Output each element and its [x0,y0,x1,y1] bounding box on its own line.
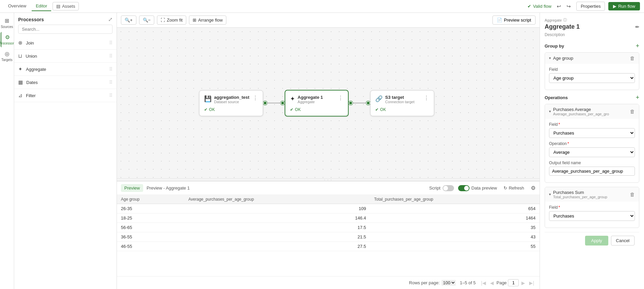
play-icon: ▶ [613,4,616,9]
processor-item-aggregate[interactable]: ✦ Aggregate ⠿ [14,63,117,76]
operation-label-op1: Operation [549,141,635,146]
next-page-button[interactable]: ▶ [520,280,526,286]
preview-script-button[interactable]: 📄 Preview script [492,16,536,25]
script-toggle-switch[interactable] [443,185,454,191]
edit-title-icon[interactable]: ✏ [635,24,639,30]
arrange-icon: ⊞ [193,18,196,23]
close-processors-button[interactable]: ⤢ [108,16,112,23]
cell-avg: 17.5 [184,223,370,232]
cell-age-group: 36-55 [117,232,184,242]
source-node-menu[interactable]: ⋮ [253,94,258,101]
operation-avg-operation-select[interactable]: Average Sum Count [549,147,635,157]
aggregate-node-icon: ✦ [290,95,295,102]
processor-item-dates[interactable]: ▦ Dates ⠿ [14,76,117,89]
script-toggle-group: Script [429,185,454,191]
filter-icon: ⊿ [18,92,23,98]
prev-page-button[interactable]: ◀ [489,280,495,286]
flow-node-source[interactable]: 💾 aggregation_test Dataset source ⋮ ✔ OK [199,90,263,116]
processor-item-filter[interactable]: ⊿ Filter ⠿ [14,89,117,102]
aggregate-ok-icon: ✔ [290,107,293,112]
drag-handle-union[interactable]: ⠿ [109,53,112,59]
dataset-source-icon: 💾 [204,95,212,102]
aggregate-title: Aggregate 1 ✏ [545,23,639,30]
col-header-age-group: Age group [117,195,184,204]
data-table: Age group Average_purchases_per_age_grou… [117,195,540,251]
undo-button[interactable]: ↩ [555,2,563,11]
age-group-collapse-header[interactable]: ▾ Age group 🗑 [545,53,639,64]
refresh-button[interactable]: ↻ Refresh [501,184,527,192]
s3-target-icon: 🔗 [375,95,383,102]
pagination-controls: |◀ ◀ Page ▶ ▶| [480,279,536,286]
cell-age-group: 56-65 [117,223,184,232]
output-field-name-input-op1[interactable] [549,167,635,176]
operation-sum-field-select[interactable]: Purchases [549,211,635,221]
operation-avg-field-select[interactable]: Purchases [549,128,635,138]
operation-avg-header[interactable]: ▾ Purchases Average Average_purchases_pe… [545,104,639,119]
apply-button[interactable]: Apply [585,236,608,245]
processor-item-union[interactable]: ⊔ Union ⠿ [14,50,117,63]
sidebar-item-processors[interactable]: ⚙ Processors [1,32,13,47]
properties-button[interactable]: Properties [576,2,605,11]
operation-sum-collapse: ▾ Purchases Sum Total_purchases_per_age_… [545,187,639,228]
assets-button[interactable]: ▤ Assets [53,2,79,10]
run-flow-button[interactable]: ▶ Run flow [608,2,640,10]
cell-avg: 146.4 [184,213,370,223]
cell-total: 55 [370,242,540,251]
tab-editor[interactable]: Editor [32,1,51,11]
sidebar-item-sources[interactable]: ⊞ Sources [1,16,13,31]
processor-item-join[interactable]: ⊗ Join ⠿ [14,36,117,50]
flow-node-aggregate[interactable]: ✦ Aggregate 1 Aggregate ⋮ ✔ OK [285,90,349,116]
preview-divider[interactable]: · · · [117,178,540,181]
tab-overview[interactable]: Overview [4,1,30,11]
zoom-in-button[interactable]: 🔍+ [121,16,136,25]
apply-footer: Apply Cancel [545,232,639,249]
drag-handle-dates[interactable]: ⠿ [109,80,112,85]
drag-handle-join[interactable]: ⠿ [109,40,112,46]
source-ok-icon: ✔ [204,107,207,112]
arrange-flow-button[interactable]: ⊞ Arrange flow [189,16,226,25]
table-row: 18-25 146.4 1464 [117,213,540,223]
table-row: 36-55 21.5 43 [117,232,540,242]
data-preview-toggle-group: Data preview [458,185,497,191]
drag-handle-filter[interactable]: ⠿ [109,93,112,98]
output-label-op1: Output field name [549,161,635,165]
delete-operation-sum-button[interactable]: 🗑 [630,192,635,197]
flow-node-target[interactable]: 🔗 S3 target Connection target ⋮ ✔ OK [370,90,434,116]
first-page-button[interactable]: |◀ [480,280,487,286]
add-group-by-button[interactable]: + [636,42,639,50]
toggle-knob [443,186,448,191]
processors-header: Processors ⤢ [14,13,117,25]
data-preview-toggle-switch[interactable] [458,185,470,191]
refresh-icon: ↻ [504,185,507,191]
processors-search-input[interactable] [18,25,112,34]
age-group-field-select[interactable]: Age group Age Group [549,73,635,83]
sidebar-item-targets[interactable]: ◎ Targets [1,49,13,64]
target-node-menu[interactable]: ⋮ [424,94,429,101]
cell-age-group: 26-35 [117,204,184,213]
last-page-button[interactable]: ▶| [528,280,536,286]
delete-group-by-button[interactable]: 🗑 [630,55,635,61]
redo-button[interactable]: ↪ [565,2,573,11]
aggregate-node-menu[interactable]: ⋮ [338,94,343,101]
table-row: 26-35 109 654 [117,204,540,213]
delete-operation-avg-button[interactable]: 🗑 [630,109,635,114]
add-operation-button[interactable]: + [636,94,639,101]
drag-handle-aggregate[interactable]: ⠿ [109,66,112,72]
field-label-op2: Field [549,205,635,210]
field-label: Field [549,67,635,72]
page-number-input[interactable] [508,279,519,286]
processors-title: Processors [18,17,44,22]
flow-canvas[interactable]: 💾 aggregation_test Dataset source ⋮ ✔ OK [117,28,540,178]
operation-sum-header[interactable]: ▾ Purchases Sum Total_purchases_per_age_… [545,187,639,202]
preview-tab[interactable]: Preview [121,184,143,192]
preview-settings-button[interactable]: ⚙ [531,185,536,191]
connector-dot-left [263,101,267,105]
zoom-fit-button[interactable]: ⛶ Zoom fit [157,16,186,25]
rows-per-page-select[interactable]: 100 50 25 [442,280,456,286]
connector-1 [263,101,285,105]
zoom-out-button[interactable]: 🔍− [139,16,155,25]
fit-icon: ⛶ [161,18,165,23]
processors-panel: Processors ⤢ ⊗ Join ⠿ ⊔ Union ⠿ [14,13,117,289]
cell-total: 1464 [370,213,540,223]
cancel-button[interactable]: Cancel [611,236,635,245]
